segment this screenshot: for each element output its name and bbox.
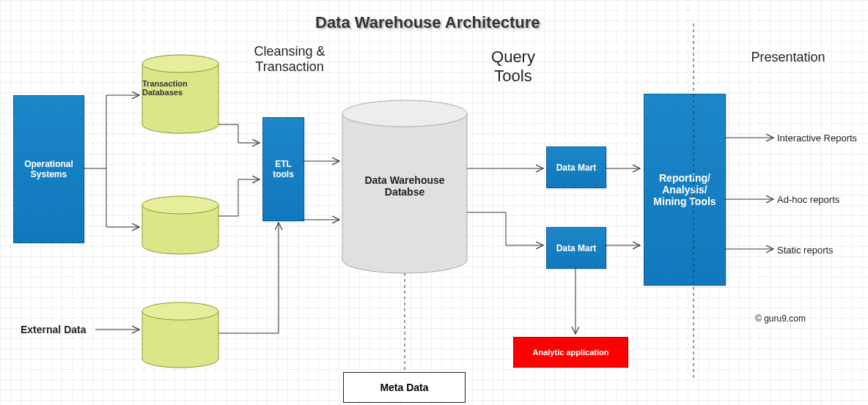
op-to-db2-arrow — [106, 168, 139, 227]
dw-database-label: Data Warehouse Databse — [342, 174, 467, 198]
transaction-databases-label: Transaction Databases — [142, 79, 218, 97]
db2-to-etl-arrow — [218, 179, 260, 216]
svg-point-9 — [142, 196, 218, 214]
dw-to-dm2-arrow — [467, 212, 543, 245]
svg-point-4 — [142, 55, 218, 73]
yellow-cylinder-3 — [142, 302, 218, 368]
txdb-to-etl-arrow — [218, 125, 260, 143]
op-to-transaction-db-arrow — [106, 95, 139, 168]
yellow-cylinder-2 — [142, 196, 218, 254]
diagram-canvas: Data Warehouse Architecture Cleansing & … — [0, 0, 868, 405]
db3-to-etl-arrow — [218, 223, 279, 333]
svg-layer — [0, 0, 868, 405]
svg-point-19 — [342, 100, 467, 127]
svg-point-14 — [142, 302, 218, 320]
